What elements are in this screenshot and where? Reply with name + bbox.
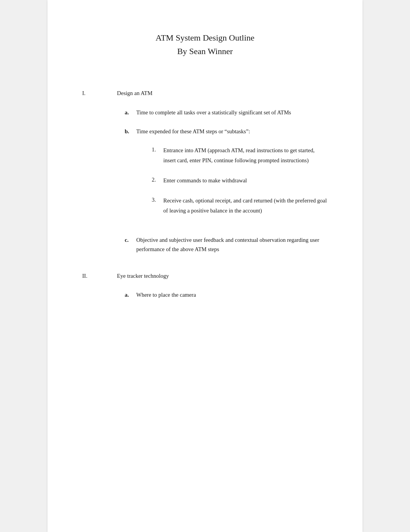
section-1a-marker: a. <box>125 108 136 117</box>
section-2: II. Eye tracker technology a. Where to p… <box>82 272 328 309</box>
section-2-content: Eye tracker technology a. Where to place… <box>117 272 328 309</box>
section-1b-marker: b. <box>125 127 136 226</box>
section-1-marker: I. <box>82 89 117 263</box>
list-item-3-marker: 3. <box>152 195 163 216</box>
section-1c-marker: c. <box>125 236 136 253</box>
section-1: I. Design an ATM a. Time to complete all… <box>82 89 328 263</box>
document-title: ATM System Design Outline <box>82 31 328 44</box>
section-1-content: Design an ATM a. Time to complete all ta… <box>117 89 328 263</box>
section-2-text: Eye tracker technology <box>117 272 328 280</box>
list-item-1: 1. Entrance into ATM (approach ATM, read… <box>152 145 328 165</box>
section-1b: b. Time expended for these ATM steps or … <box>125 127 328 226</box>
list-item-3-text: Receive cash, optional receipt, and card… <box>163 195 328 216</box>
section-1a: a. Time to complete all tasks over a sta… <box>125 108 328 117</box>
list-item-2: 2. Enter commands to make withdrawal <box>152 175 328 185</box>
list-item-1-text: Entrance into ATM (approach ATM, read in… <box>163 145 328 165</box>
section-1b-text: Time expended for these ATM steps or “su… <box>136 127 328 136</box>
section-1a-text: Time to complete all tasks over a statis… <box>136 108 328 117</box>
list-item-2-marker: 2. <box>152 175 163 185</box>
list-item-3: 3. Receive cash, optional receipt, and c… <box>152 195 328 216</box>
list-item-2-text: Enter commands to make withdrawal <box>163 175 328 185</box>
section-1c-text: Objective and subjective user feedback a… <box>136 236 328 253</box>
section-2-marker: II. <box>82 272 117 309</box>
list-item-1-marker: 1. <box>152 145 163 165</box>
section-1b-content: Time expended for these ATM steps or “su… <box>136 127 328 226</box>
document-author: By Sean Winner <box>82 44 328 58</box>
section-2a-text: Where to place the camera <box>136 291 328 299</box>
outline-content: I. Design an ATM a. Time to complete all… <box>82 89 328 309</box>
title-block: ATM System Design Outline By Sean Winner <box>82 31 328 58</box>
section-2a: a. Where to place the camera <box>125 291 328 299</box>
section-1-text: Design an ATM <box>117 89 328 98</box>
section-2a-marker: a. <box>125 291 136 299</box>
document-page: ATM System Design Outline By Sean Winner… <box>47 0 363 532</box>
section-1c: c. Objective and subjective user feedbac… <box>125 236 328 253</box>
